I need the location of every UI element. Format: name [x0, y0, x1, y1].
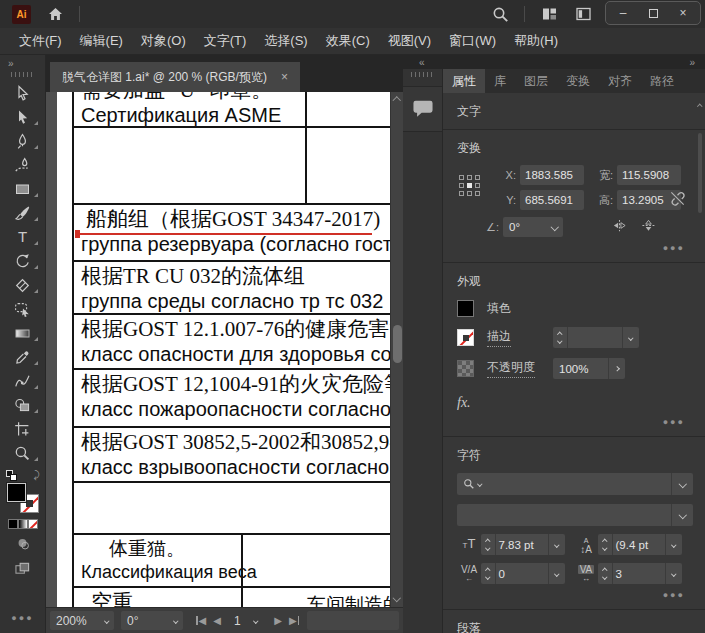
opacity-expand-icon[interactable]	[608, 358, 625, 379]
bubble-arrow-tool[interactable]	[3, 297, 43, 321]
shape-builder-tool[interactable]	[3, 393, 43, 417]
stepper-icon[interactable]	[598, 534, 613, 555]
stroke-color-swatch[interactable]	[457, 329, 474, 346]
fx-effects-button[interactable]: fx.	[457, 395, 693, 411]
curvature-tool[interactable]	[3, 153, 43, 177]
artboard-number[interactable]: 1	[234, 614, 241, 628]
workspace-switcher-icon[interactable]	[539, 4, 559, 24]
font-size-input[interactable]: 7.83 pt	[481, 534, 565, 555]
scrollbar-thumb[interactable]	[393, 325, 402, 363]
default-fill-stroke-icon[interactable]	[6, 470, 17, 481]
canvas-viewport[interactable]: 需要加盖 “U” 印章。 Сертификация ASME 船舶组（根据GOS…	[46, 92, 403, 607]
font-family-select[interactable]	[457, 473, 693, 495]
stroke-weight-input[interactable]	[553, 327, 639, 348]
angle-select[interactable]: 0°	[503, 217, 563, 237]
scroll-up-icon[interactable]	[393, 97, 401, 105]
kerning-input[interactable]: 0	[481, 563, 565, 584]
maximize-button[interactable]	[638, 3, 668, 23]
tab-close-icon[interactable]: ×	[281, 70, 288, 84]
panel-tab-1[interactable]: 库	[485, 69, 515, 93]
flip-horizontal-icon[interactable]	[611, 218, 628, 236]
panel-scrollbar-thumb[interactable]	[698, 133, 702, 213]
width-tool[interactable]	[3, 369, 43, 393]
drawing-mode-icon[interactable]	[15, 536, 30, 554]
menu-item-0[interactable]: 文件(F)	[10, 28, 71, 54]
zoom-level-select[interactable]: 200%	[50, 611, 114, 630]
tracking-input[interactable]: 3	[598, 563, 682, 584]
more-options-icon[interactable]: ●●●	[457, 590, 685, 600]
paintbrush-tool[interactable]	[3, 201, 43, 225]
reference-point-locator[interactable]	[459, 175, 480, 196]
type-tool[interactable]: T	[3, 225, 43, 249]
leading-input[interactable]: (9.4 pt	[598, 534, 682, 555]
search-icon[interactable]	[490, 4, 510, 24]
tracking-dropdown[interactable]	[665, 563, 682, 584]
leading-dropdown[interactable]	[665, 534, 682, 555]
gradient-tool[interactable]	[3, 321, 43, 345]
chevron-down-icon[interactable]	[253, 618, 258, 623]
rotate-tool[interactable]	[3, 249, 43, 273]
x-input[interactable]: 1883.585	[520, 165, 584, 185]
pen-tool[interactable]	[3, 129, 43, 153]
last-artboard-button[interactable]: ▶	[289, 615, 299, 626]
y-input[interactable]: 685.5691	[520, 190, 584, 210]
more-options-icon[interactable]: ●●●	[457, 417, 685, 427]
font-style-dropdown-icon[interactable]	[671, 504, 693, 526]
eraser-tool[interactable]	[3, 273, 43, 297]
toolbar-grip-handle[interactable]	[11, 72, 35, 77]
fill-color-swatch[interactable]	[457, 300, 474, 317]
scroll-down-icon[interactable]	[393, 593, 401, 601]
dock-grip-handle[interactable]	[411, 72, 435, 77]
home-icon[interactable]	[45, 4, 65, 24]
eyedropper-tool[interactable]	[3, 345, 43, 369]
font-style-select[interactable]	[457, 504, 693, 526]
arrange-documents-icon[interactable]	[573, 4, 593, 24]
minimize-button[interactable]: –	[608, 3, 638, 23]
collapse-left-icon[interactable]: «	[419, 57, 425, 68]
stepper-icon[interactable]	[481, 563, 496, 584]
kerning-dropdown[interactable]	[548, 563, 565, 584]
direct-selection-tool[interactable]	[3, 105, 43, 129]
first-artboard-button[interactable]: ◀	[196, 615, 206, 626]
menu-item-2[interactable]: 对象(O)	[132, 28, 195, 54]
font-size-dropdown[interactable]	[548, 534, 565, 555]
comments-panel-cell[interactable]	[403, 86, 442, 132]
zoom-tool[interactable]	[3, 441, 43, 465]
constrain-proportions-icon[interactable]	[668, 189, 687, 211]
menu-item-7[interactable]: 窗口(W)	[440, 28, 505, 54]
opacity-label[interactable]: 不透明度	[487, 359, 535, 378]
document-tab[interactable]: 脱气仓详图 1.ai* @ 200 % (RGB/预览) ×	[50, 62, 300, 92]
panel-tab-4[interactable]: 对齐	[599, 69, 641, 93]
stepper-icon[interactable]	[481, 534, 496, 555]
draw-normal-mode-icon[interactable]	[14, 561, 31, 580]
expand-toolbar-icon[interactable]: »	[8, 58, 12, 70]
menu-item-6[interactable]: 视图(V)	[379, 28, 440, 54]
panel-scroll-up-icon[interactable]	[697, 104, 702, 109]
stroke-label[interactable]: 描边	[487, 328, 511, 347]
opacity-input[interactable]: 100%	[553, 358, 625, 379]
rectangle-tool[interactable]	[3, 177, 43, 201]
opacity-swatch-icon[interactable]	[457, 360, 474, 377]
fill-swatch-black[interactable]	[7, 483, 26, 502]
panel-tab-3[interactable]: 变换	[557, 69, 599, 93]
next-artboard-button[interactable]: ▶	[274, 615, 282, 626]
swap-fill-stroke-icon[interactable]: ⤸	[34, 469, 40, 481]
vertical-scrollbar[interactable]	[390, 92, 403, 607]
color-button[interactable]	[8, 519, 18, 529]
gradient-button[interactable]	[18, 519, 28, 529]
menu-item-3[interactable]: 文字(T)	[195, 28, 256, 54]
flip-vertical-icon[interactable]	[640, 218, 657, 236]
menu-item-8[interactable]: 帮助(H)	[505, 28, 567, 54]
menu-item-5[interactable]: 效果(C)	[317, 28, 379, 54]
edit-toolbar-icon[interactable]: ●●●	[11, 613, 33, 623]
collapse-right-icon[interactable]: »	[689, 57, 695, 68]
font-family-dropdown-icon[interactable]	[671, 473, 693, 495]
panel-tab-5[interactable]: 路径	[641, 69, 683, 93]
panel-tab-0[interactable]: 属性	[443, 69, 485, 93]
selection-tool[interactable]	[3, 81, 43, 105]
rotation-select[interactable]: 0°	[121, 611, 183, 630]
menu-item-1[interactable]: 编辑(E)	[71, 28, 132, 54]
stroke-weight-dropdown[interactable]	[622, 327, 639, 348]
previous-artboard-button[interactable]: ◀	[213, 615, 221, 626]
stepper-icon[interactable]	[553, 327, 568, 348]
